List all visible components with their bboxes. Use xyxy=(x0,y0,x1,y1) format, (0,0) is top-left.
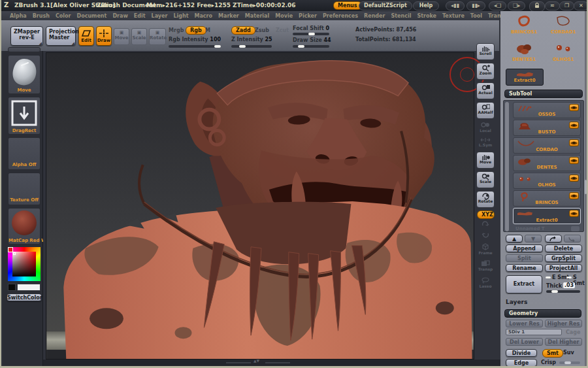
help-button[interactable]: Help xyxy=(413,1,439,10)
minimize-icon[interactable]: ≂ xyxy=(545,1,560,10)
spin-left-icon[interactable] xyxy=(476,221,495,227)
menu-stencil[interactable]: Stencil xyxy=(391,13,411,19)
tool-item-cordao1[interactable]: CORDAO1 xyxy=(545,14,581,40)
edge-loop-button[interactable]: Edge Loop xyxy=(506,359,537,367)
subtool-row-ossos[interactable]: OSSOS xyxy=(513,102,581,118)
next-document-icon[interactable]: ❑▸ xyxy=(508,1,525,10)
zoom-button[interactable]: Zoom xyxy=(476,63,495,80)
visibility-eye-icon[interactable] xyxy=(569,122,579,129)
zadd-toggle[interactable]: Zadd xyxy=(231,26,255,35)
menu-texture[interactable]: Texture xyxy=(442,13,465,19)
move-button[interactable]: ▣Move xyxy=(114,28,129,45)
projectall-button[interactable]: ProjectAll xyxy=(545,264,582,272)
actual-button[interactable]: Actual xyxy=(476,82,495,99)
del-higher-button[interactable]: Del Higher xyxy=(545,338,582,346)
del-lower-button[interactable]: Del Lower xyxy=(506,338,543,346)
m-toggle[interactable]: M xyxy=(205,27,210,33)
grpsplit-button[interactable]: GrpSplit xyxy=(545,254,582,262)
menu-tool[interactable]: Tool xyxy=(470,13,482,19)
thick-slider[interactable] xyxy=(546,290,580,293)
menu-stroke[interactable]: Stroke xyxy=(417,13,436,19)
zsub-toggle[interactable]: Zsub xyxy=(255,27,269,33)
menu-light[interactable]: Light xyxy=(173,13,188,19)
visibility-eye-icon[interactable] xyxy=(569,157,579,164)
menu-document[interactable]: Document xyxy=(77,13,107,19)
visibility-eye-icon[interactable] xyxy=(569,175,579,182)
smt-toggle[interactable]: Smt xyxy=(542,349,563,358)
zmapper-button[interactable]: ZMapperrev-E ◢ xyxy=(10,26,43,46)
subtool-scrollbar[interactable] xyxy=(505,102,509,231)
scrollbar-grip[interactable] xyxy=(585,180,587,194)
subtool-row-cordao[interactable]: CORDAO xyxy=(513,137,581,154)
lower-res-button[interactable]: Lower Res xyxy=(506,320,543,327)
geometry-header[interactable]: Geometry xyxy=(504,309,581,318)
subtool-header[interactable]: SubTool xyxy=(504,90,583,98)
color-picker[interactable] xyxy=(8,247,41,281)
xyz-toggle[interactable]: XYZ xyxy=(477,210,495,219)
scale-button[interactable]: ▣Scale xyxy=(131,28,147,45)
sdiv-slider[interactable]: SDiv 1 xyxy=(506,329,562,335)
subtool-row-olhos[interactable]: OLHOS xyxy=(513,173,581,189)
menu-macro[interactable]: Macro xyxy=(194,13,212,19)
rotate-button[interactable]: ▣Rotate xyxy=(149,28,166,45)
subtool-row-dimmed[interactable]: Unnamed T xyxy=(513,226,581,232)
material-button[interactable]: MatCap Red Wa xyxy=(8,208,41,244)
tool-item-olhos1[interactable]: OLHOS1 xyxy=(545,41,581,67)
menus-button[interactable]: Menus xyxy=(333,1,362,10)
default-zscript-button[interactable]: DefaultZScript xyxy=(359,1,412,10)
canvas-move-button[interactable]: Move xyxy=(476,152,495,169)
secondary-color-swatch[interactable] xyxy=(8,284,16,291)
zcut-toggle[interactable]: Zcut xyxy=(276,27,289,33)
menu-layer[interactable]: Layer xyxy=(152,13,168,19)
lock-icon[interactable] xyxy=(529,1,545,12)
aahalf-button[interactable]: AAHalf xyxy=(476,102,495,119)
scroll-button[interactable]: Scroll xyxy=(476,43,495,60)
tool-item-extract0-selected[interactable]: Extract0 xyxy=(506,69,544,86)
zbrush-document-canvas[interactable] xyxy=(46,52,474,360)
subtool-row-extract0-selected[interactable]: Extract0 xyxy=(513,208,581,224)
subtool-row-busto[interactable]: BUSTO xyxy=(513,120,581,136)
rename-button[interactable]: Rename xyxy=(506,264,543,272)
visibility-eye-icon[interactable] xyxy=(569,210,579,217)
rgb-intensity-slider[interactable] xyxy=(169,45,221,48)
higher-res-button[interactable]: Higher Res xyxy=(545,320,582,327)
mrgb-toggle[interactable]: Mrgb xyxy=(169,27,184,33)
lsym-toggle[interactable]: L.Sym xyxy=(476,137,495,147)
restore-icon[interactable]: ❐ xyxy=(559,1,574,10)
visibility-eye-icon[interactable] xyxy=(569,192,579,199)
thick-value[interactable]: .03 xyxy=(563,282,575,288)
tool-item-brincos1[interactable]: BRINCOS1 xyxy=(506,14,542,40)
crisp-toggle[interactable]: Crisp xyxy=(541,360,556,365)
transp-toggle[interactable]: Transp xyxy=(476,260,495,271)
divide-button[interactable]: Divide xyxy=(506,349,537,357)
rgb-toggle[interactable]: Rgb xyxy=(186,26,206,35)
frame-toggle[interactable]: Frame xyxy=(476,243,495,255)
prev-document-icon[interactable]: ◂❑ xyxy=(489,1,506,10)
menu-material[interactable]: Material xyxy=(245,13,269,19)
subtool-down-button[interactable]: ▼ xyxy=(525,235,542,243)
menu-alpha[interactable]: Alpha xyxy=(10,13,27,19)
menu-edit[interactable]: Edit xyxy=(134,13,146,19)
visibility-eye-icon[interactable] xyxy=(569,139,579,146)
stroke-type-button[interactable]: DragRect xyxy=(8,97,41,135)
subtool-row-brincos[interactable]: BRINCOS xyxy=(513,190,581,207)
spin-right-icon[interactable] xyxy=(476,231,495,238)
subtool-row-dentes[interactable]: DENTES xyxy=(513,155,581,171)
visibility-eye-icon[interactable] xyxy=(569,104,579,111)
subtool-duplicate-down-button[interactable] xyxy=(564,235,581,243)
menu-marker[interactable]: Marker xyxy=(218,13,239,19)
subtool-up-button[interactable]: ▲ xyxy=(506,235,523,243)
alpha-button[interactable]: Alpha Off xyxy=(8,137,41,170)
canvas-scale-button[interactable]: Scale xyxy=(476,171,495,188)
menu-color[interactable]: Color xyxy=(56,13,71,19)
projection-master-button[interactable]: ProjectionMaster ◢ xyxy=(46,26,76,46)
menu-draw[interactable]: Draw xyxy=(112,13,127,19)
switch-color-button[interactable]: SwitchColor xyxy=(7,293,42,301)
left-tray-toggle-icon[interactable]: ◂▮▮ xyxy=(446,1,465,10)
bottom-tray-divider[interactable]: ▲▼ xyxy=(43,360,500,367)
edit-button[interactable]: Edit xyxy=(78,26,94,46)
subtool-duplicate-button[interactable] xyxy=(545,235,562,243)
delete-button[interactable]: Delete xyxy=(545,244,582,252)
draw-size-slider[interactable] xyxy=(293,45,329,48)
extract-button[interactable]: Extract xyxy=(506,275,542,293)
